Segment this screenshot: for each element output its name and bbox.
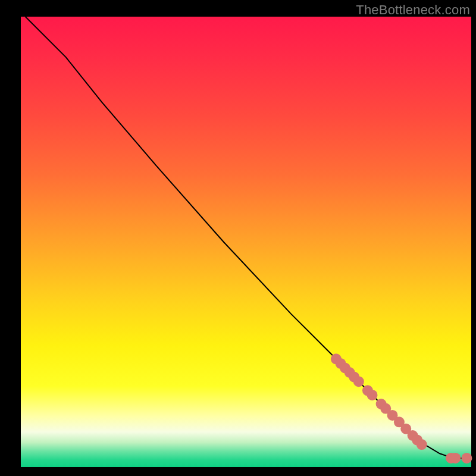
- data-marker: [450, 453, 461, 464]
- data-marker: [353, 376, 364, 387]
- data-marker: [461, 453, 472, 464]
- chart-svg: [0, 0, 476, 476]
- chart-stage: TheBottleneck.com: [0, 0, 476, 476]
- data-marker: [367, 390, 378, 400]
- plot-background: [21, 17, 471, 467]
- watermark-text: TheBottleneck.com: [356, 2, 470, 18]
- plot-container: [0, 0, 476, 476]
- data-marker: [416, 439, 427, 450]
